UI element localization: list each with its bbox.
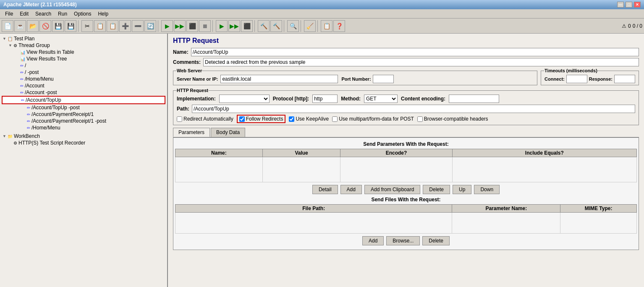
add-param-button[interactable]: Add xyxy=(340,185,362,194)
close-button2[interactable]: 🚫 xyxy=(39,20,51,32)
browser-compatible-label[interactable]: Browser-compatible headers xyxy=(417,116,488,122)
content-encoding-input[interactable] xyxy=(449,95,499,103)
remote-start[interactable]: ▶ xyxy=(216,20,228,32)
browser-compatible-checkbox[interactable] xyxy=(417,116,423,122)
save-as-button[interactable]: 💾 xyxy=(65,20,76,32)
help-button[interactable]: ❓ xyxy=(333,20,345,32)
tree-label: HTTP(S) Test Script Recorder xyxy=(18,140,85,146)
maximize-button[interactable]: □ xyxy=(626,2,632,8)
list-view[interactable]: 📋 xyxy=(321,20,332,32)
separator-5 xyxy=(284,20,285,32)
col-name: Name: xyxy=(175,149,263,157)
tree-item-account-post[interactable]: ✏ /Account -post xyxy=(2,89,165,96)
remote-stop[interactable]: ⬛ xyxy=(241,20,253,32)
implementation-select[interactable]: HttpClient3.1 HttpClient4 Java xyxy=(219,95,270,103)
browse-button[interactable]: Browse... xyxy=(386,236,420,245)
redirect-automatically-label[interactable]: Redirect Automatically xyxy=(177,116,233,122)
start-button[interactable]: ▶ xyxy=(161,20,173,32)
tree-item-account-topup[interactable]: ✏ /Account/TopUp xyxy=(2,96,165,104)
cell-include xyxy=(452,157,636,182)
request-icon: ✏ xyxy=(27,105,30,110)
clear-all[interactable]: 🧹 xyxy=(304,20,316,32)
tree-item-home-menu2[interactable]: ✏ /Home/Menu xyxy=(2,124,165,131)
redirect-automatically-checkbox[interactable] xyxy=(177,116,182,122)
use-multipart-label[interactable]: Use multipart/form-data for POST xyxy=(332,116,414,122)
search-icon[interactable]: 🔍 xyxy=(287,20,299,32)
request-icon: ✏ xyxy=(27,126,30,130)
collapse-button[interactable]: ➖ xyxy=(132,20,144,32)
tree-item-workbench[interactable]: ▼ 📁 WorkBench xyxy=(2,133,165,140)
follow-redirects-checkbox[interactable] xyxy=(239,116,245,122)
menu-options[interactable]: Options xyxy=(71,10,94,18)
tree-item-view-results-table[interactable]: 📊 View Results in Table xyxy=(2,49,165,55)
remote-start-all[interactable]: ▶▶ xyxy=(228,20,240,32)
function-helper2[interactable]: 🔨 xyxy=(270,20,282,32)
tree-item-payment-receipt-post[interactable]: ✏ /Account/PaymentReceipt/1 -post xyxy=(2,118,165,124)
request-icon: ✏ xyxy=(20,84,24,88)
use-keepalive-label[interactable]: Use KeepAlive xyxy=(289,116,329,122)
delete-file-button[interactable]: Delete xyxy=(422,236,450,245)
tab-body-data[interactable]: Body Data xyxy=(211,128,245,137)
response-input[interactable] xyxy=(614,75,635,83)
down-button[interactable]: Down xyxy=(474,185,500,194)
toggle-button[interactable]: 🔄 xyxy=(144,20,156,32)
tree-item-account-topup-post[interactable]: ✏ /Account/TopUp -post xyxy=(2,104,165,111)
cut-button[interactable]: ✂ xyxy=(81,20,93,32)
new-button[interactable]: 📄 xyxy=(2,20,13,32)
tree-label: /Account -post xyxy=(25,90,57,95)
start-no-pauses[interactable]: ▶▶ xyxy=(174,20,186,32)
use-keepalive-checkbox[interactable] xyxy=(289,116,294,122)
menu-file[interactable]: File xyxy=(2,10,16,18)
files-table: File Path: Parameter Name: MIME Type: xyxy=(175,204,637,234)
request-icon: ✏ xyxy=(20,63,24,68)
name-input[interactable] xyxy=(191,48,639,56)
detail-button[interactable]: Detail xyxy=(312,185,338,194)
tree-label: /Home/Menu xyxy=(25,76,54,82)
window-controls: — □ ✕ xyxy=(617,2,641,8)
method-select[interactable]: GET POST PUT DELETE xyxy=(364,95,398,103)
function-helper[interactable]: 🔨 xyxy=(258,20,270,32)
test-plan-icon: 📋 xyxy=(8,37,13,41)
menu-help[interactable]: Help xyxy=(94,10,112,18)
copy-button[interactable]: 📋 xyxy=(94,20,106,32)
tree-item-thread-group[interactable]: ▼ ⚙ Thread Group xyxy=(2,42,165,49)
protocol-input[interactable] xyxy=(312,95,338,103)
add-clipboard-button[interactable]: Add from Clipboard xyxy=(364,185,420,194)
server-name-input[interactable] xyxy=(220,75,338,83)
up-button[interactable]: Up xyxy=(453,185,471,194)
save-button[interactable]: 💾 xyxy=(52,20,64,32)
use-multipart-checkbox[interactable] xyxy=(332,116,338,122)
tree-item-view-results-tree[interactable]: 📊 View Results Tree xyxy=(2,55,165,62)
tree-item-slash-post[interactable]: ✏ / -post xyxy=(2,69,165,76)
minimize-button[interactable]: — xyxy=(617,2,624,8)
menu-search[interactable]: Search xyxy=(32,10,55,18)
comments-input[interactable] xyxy=(203,58,639,66)
port-input[interactable] xyxy=(373,75,394,83)
tree-item-account[interactable]: ✏ /Account xyxy=(2,82,165,89)
stop-button[interactable]: ⬛ xyxy=(186,20,198,32)
tree-label: /Account/TopUp xyxy=(26,97,61,103)
menu-edit[interactable]: Edit xyxy=(16,10,32,18)
tree-item-https-recorder[interactable]: ⚙ HTTP(S) Test Script Recorder xyxy=(2,140,165,146)
tree-item-test-plan[interactable]: ▼ 📋 Test Plan xyxy=(2,35,165,42)
menu-run[interactable]: Run xyxy=(55,10,71,18)
template-button[interactable]: ☕ xyxy=(14,20,26,32)
paste-button[interactable]: 📋 xyxy=(107,20,118,32)
http-request-legend: HTTP Request xyxy=(177,88,208,93)
tab-parameters[interactable]: Parameters xyxy=(173,128,210,137)
tree-item-home-menu[interactable]: ✏ /Home/Menu xyxy=(2,76,165,82)
redirect-automatically-text: Redirect Automatically xyxy=(183,116,233,122)
connect-input[interactable] xyxy=(566,75,587,83)
tree-item-slash[interactable]: ✏ / xyxy=(2,62,165,69)
close-button[interactable]: ✕ xyxy=(634,2,641,8)
tree-label: /Home/Menu xyxy=(31,125,60,131)
path-input[interactable] xyxy=(192,105,635,113)
request-icon: ✏ xyxy=(20,70,24,75)
open-button[interactable]: 📂 xyxy=(27,20,39,32)
expand-button[interactable]: ➕ xyxy=(119,20,131,32)
shutdown-button[interactable]: ⏹ xyxy=(199,20,211,32)
delete-param-button[interactable]: Delete xyxy=(423,185,450,194)
tree-item-payment-receipt[interactable]: ✏ /Account/PaymentReceipt/1 xyxy=(2,111,165,118)
server-row: Server Name or IP: Port Number: xyxy=(177,75,534,83)
add-file-button[interactable]: Add xyxy=(362,236,384,245)
